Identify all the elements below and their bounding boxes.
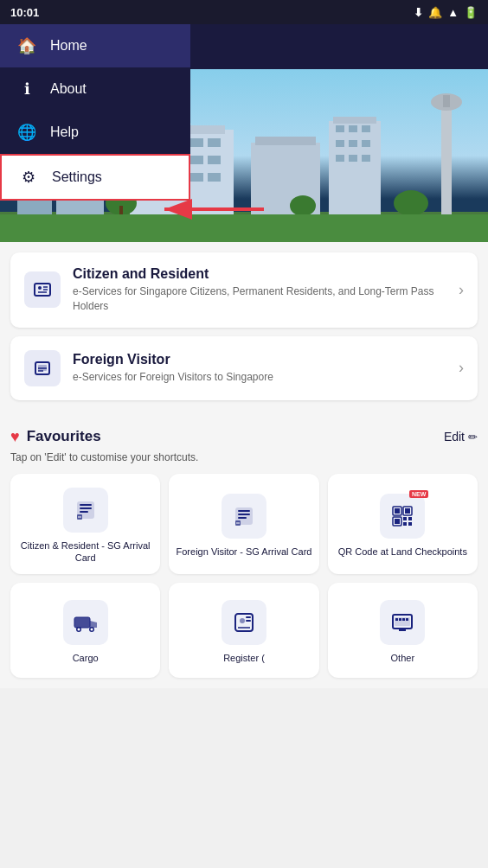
- register-icon-wrap: [222, 600, 266, 645]
- svg-rect-78: [408, 522, 412, 526]
- svg-point-82: [77, 629, 80, 631]
- shortcut-other[interactable]: Other: [328, 583, 478, 678]
- citizen-card-title: Citizen and Resident: [73, 266, 446, 282]
- foreign-arrival-icon-wrap: [222, 494, 266, 539]
- citizen-card-text: Citizen and Resident e-Services for Sing…: [73, 266, 446, 314]
- edit-label[interactable]: Edit: [444, 430, 465, 444]
- svg-rect-14: [208, 138, 221, 147]
- svg-rect-24: [208, 173, 221, 182]
- citizen-arrival-label: Citizen & Resident - SG Arrival Card: [17, 539, 153, 565]
- shortcut-cargo[interactable]: Cargo: [10, 583, 160, 678]
- favourites-section: ♥ Favourites Edit ✏ Tap on 'Edit' to cus…: [0, 419, 488, 689]
- svg-rect-38: [349, 155, 357, 162]
- other-icon-wrap: [380, 600, 425, 645]
- register-label: Register (: [223, 652, 265, 664]
- shortcut-foreign-arrival[interactable]: Foreign Visitor - SG Arrival Card: [169, 474, 318, 575]
- new-badge: NEW: [409, 490, 428, 498]
- foreign-arrival-label: Foreign Visitor - SG Arrival Card: [177, 546, 312, 558]
- cargo-icon-wrap: [63, 600, 108, 645]
- citizen-resident-card[interactable]: Citizen and Resident e-Services for Sing…: [10, 252, 478, 328]
- foreign-visitor-card-text: Foreign Visitor e-Services for Foreign V…: [73, 352, 446, 385]
- favourites-left: ♥ Favourites: [10, 428, 101, 446]
- info-icon: ℹ: [17, 80, 36, 99]
- sidebar-item-about[interactable]: ℹ About: [0, 67, 190, 111]
- foreign-visitor-card-subtitle: e-Services for Foreign Visitors to Singa…: [73, 370, 446, 385]
- notification-icon: 🔔: [428, 6, 442, 19]
- svg-rect-40: [441, 104, 452, 216]
- svg-rect-37: [336, 155, 344, 162]
- svg-rect-23: [190, 173, 203, 182]
- svg-rect-72: [405, 508, 410, 514]
- svg-rect-74: [395, 519, 400, 524]
- tap-edit-text: Tap on 'Edit' to customise your shortcut…: [10, 451, 478, 463]
- main-content: Citizen and Resident e-Services for Sing…: [0, 242, 488, 419]
- svg-rect-47: [0, 214, 488, 242]
- svg-rect-64: [238, 510, 250, 512]
- svg-point-49: [38, 286, 42, 290]
- svg-rect-75: [403, 517, 407, 520]
- svg-rect-48: [35, 284, 50, 296]
- sidebar-item-settings[interactable]: ⚙ Settings: [0, 154, 190, 201]
- svg-rect-29: [329, 121, 381, 216]
- pencil-icon: ✏: [468, 431, 478, 444]
- home-icon: 🏠: [17, 36, 36, 55]
- shortcut-register[interactable]: Register (: [169, 583, 318, 678]
- sidebar-help-label: Help: [50, 124, 79, 140]
- sidebar-item-home[interactable]: 🏠 Home: [0, 24, 190, 67]
- svg-rect-42: [443, 95, 450, 107]
- foreign-visitor-card-arrow: ›: [459, 359, 464, 377]
- svg-rect-36: [362, 140, 370, 147]
- favourites-header: ♥ Favourites Edit ✏: [10, 419, 478, 451]
- sidebar-settings-label: Settings: [52, 169, 102, 185]
- svg-rect-79: [74, 617, 90, 628]
- svg-rect-70: [395, 508, 400, 514]
- cargo-label: Cargo: [73, 652, 99, 664]
- svg-rect-96: [402, 618, 405, 621]
- svg-rect-77: [403, 522, 407, 526]
- citizen-arrival-icon-wrap: [63, 488, 108, 533]
- citizen-card-subtitle: e-Services for Singapore Citizens, Perma…: [73, 284, 446, 314]
- svg-rect-95: [399, 618, 401, 621]
- svg-rect-58: [80, 504, 92, 506]
- svg-point-45: [290, 195, 316, 216]
- edit-link[interactable]: Edit ✏: [444, 430, 478, 444]
- sidebar-item-help[interactable]: 🌐 Help: [0, 111, 190, 154]
- heart-icon: ♥: [10, 428, 20, 446]
- citizen-icon: [24, 271, 61, 308]
- battery-icon: 🔋: [464, 6, 478, 19]
- shortcut-qr-code[interactable]: NEW QR Code at Land Checkpoints: [328, 474, 478, 575]
- shortcut-citizen-arrival[interactable]: Citizen & Resident - SG Arrival Card: [10, 474, 160, 575]
- svg-rect-35: [349, 140, 357, 147]
- status-icons: ⬇ 🔔 ▲ 🔋: [414, 6, 478, 19]
- svg-rect-31: [336, 125, 344, 132]
- svg-rect-30: [333, 117, 376, 124]
- foreign-visitor-card-title: Foreign Visitor: [73, 352, 446, 367]
- foreign-visitor-icon: [24, 350, 61, 386]
- citizen-card-arrow: ›: [459, 281, 464, 299]
- svg-rect-44: [119, 206, 123, 214]
- svg-point-84: [90, 629, 93, 631]
- svg-rect-89: [246, 620, 251, 622]
- svg-rect-28: [255, 137, 316, 145]
- svg-rect-60: [80, 511, 88, 513]
- sidebar-home-label: Home: [50, 38, 87, 54]
- sidebar-about-label: About: [50, 81, 87, 97]
- foreign-visitor-card[interactable]: Foreign Visitor e-Services for Foreign V…: [10, 336, 478, 400]
- shortcut-grid: Citizen & Resident - SG Arrival Card For…: [10, 474, 478, 679]
- svg-rect-97: [406, 618, 408, 621]
- svg-rect-33: [362, 125, 370, 132]
- svg-rect-19: [208, 156, 221, 164]
- status-time: 10:01: [10, 6, 39, 19]
- svg-rect-94: [395, 618, 398, 621]
- svg-rect-13: [190, 138, 203, 147]
- help-icon: 🌐: [17, 123, 36, 142]
- favourites-title: Favourites: [27, 428, 101, 445]
- download-icon: ⬇: [414, 6, 423, 19]
- status-bar: 10:01 ⬇ 🔔 ▲ 🔋: [0, 0, 488, 24]
- qr-code-icon-wrap: NEW: [380, 494, 425, 539]
- svg-point-86: [240, 618, 245, 623]
- svg-rect-32: [349, 125, 357, 132]
- svg-rect-34: [336, 140, 344, 147]
- svg-rect-65: [238, 514, 250, 515]
- other-label: Other: [391, 652, 415, 664]
